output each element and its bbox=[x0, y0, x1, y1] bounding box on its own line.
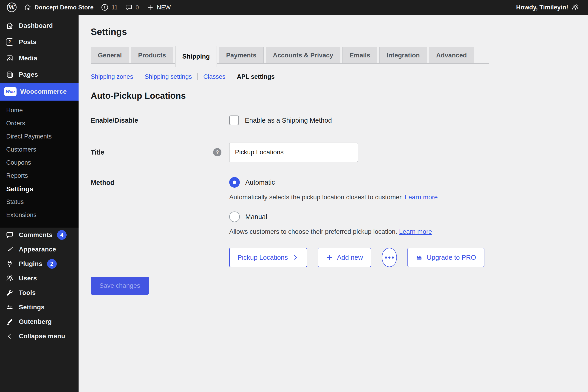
sidebar-item-pages[interactable]: Pages bbox=[0, 66, 78, 83]
comments-menu[interactable]: 0 bbox=[121, 0, 142, 15]
tab-general[interactable]: General bbox=[91, 47, 129, 64]
comments-badge: 4 bbox=[57, 230, 66, 240]
admin-bar-left: W Doncept Demo Store 11 0 bbox=[3, 0, 174, 15]
sidebar-item-media[interactable]: Media bbox=[0, 50, 78, 66]
posts-icon-count: 2 bbox=[8, 40, 11, 44]
subnav-shipping-settings[interactable]: Shipping settings bbox=[139, 73, 192, 80]
chevron-left-icon bbox=[6, 332, 14, 340]
manual-radio[interactable] bbox=[229, 212, 240, 222]
appearance-icon bbox=[6, 245, 14, 254]
sidebar-item-plugins[interactable]: Plugins 2 bbox=[0, 256, 78, 271]
plus-icon bbox=[146, 4, 154, 11]
sidebar-item-users[interactable]: Users bbox=[0, 271, 78, 286]
subnav-shipping-zones[interactable]: Shipping zones bbox=[91, 73, 133, 80]
comments-icon bbox=[6, 231, 14, 239]
chevron-right-icon bbox=[292, 254, 299, 261]
sidebar-item-tools[interactable]: Tools bbox=[0, 286, 78, 300]
settings-sliders-icon bbox=[6, 303, 14, 312]
method-manual-option[interactable]: Manual bbox=[229, 212, 484, 222]
new-label: NEW bbox=[157, 4, 171, 11]
plugins-icon bbox=[6, 260, 14, 268]
woocommerce-icon: Woo bbox=[4, 88, 16, 96]
sidebar-item-settings[interactable]: Settings bbox=[0, 300, 78, 314]
tab-payments[interactable]: Payments bbox=[219, 47, 264, 64]
title-input[interactable] bbox=[229, 142, 358, 162]
sidebar-subitem-orders[interactable]: Orders bbox=[0, 117, 78, 130]
sidebar-item-appearance[interactable]: Appearance bbox=[0, 242, 78, 256]
ellipsis-icon bbox=[385, 256, 387, 258]
help-icon[interactable]: ? bbox=[213, 148, 222, 156]
tab-integration[interactable]: Integration bbox=[380, 47, 427, 64]
action-buttons: Pickup Locations Add new bbox=[229, 248, 484, 267]
section-title: Auto-Pickup Locations bbox=[91, 91, 588, 101]
sidebar-subitem-reports[interactable]: Reports bbox=[0, 169, 78, 182]
method-automatic-option[interactable]: Automatic bbox=[229, 177, 484, 188]
tab-accounts-privacy[interactable]: Accounts & Privacy bbox=[266, 47, 340, 64]
sidebar-subitem-coupons[interactable]: Coupons bbox=[0, 156, 78, 169]
page-title: Settings bbox=[91, 27, 588, 37]
settings-tabs: General Products Shipping Payments Accou… bbox=[91, 47, 489, 67]
tab-advanced[interactable]: Advanced bbox=[429, 47, 474, 64]
enable-field: Enable as a Shipping Method bbox=[229, 116, 332, 125]
more-options-button[interactable] bbox=[382, 248, 397, 267]
tab-products[interactable]: Products bbox=[131, 47, 173, 64]
add-new-button[interactable]: Add new bbox=[318, 248, 371, 267]
howdy-text: Howdy, Timileyin! bbox=[516, 4, 568, 11]
automatic-label: Automatic bbox=[245, 179, 275, 186]
sidebar-subitem-home[interactable]: Home bbox=[0, 104, 78, 117]
pickup-locations-button[interactable]: Pickup Locations bbox=[229, 248, 307, 267]
manual-label: Manual bbox=[245, 213, 267, 221]
gutenberg-icon bbox=[6, 318, 14, 326]
tab-emails[interactable]: Emails bbox=[342, 47, 378, 64]
upgrade-pro-button[interactable]: Upgrade to PRO bbox=[408, 248, 484, 267]
automatic-radio[interactable] bbox=[229, 177, 240, 188]
new-content-menu[interactable]: NEW bbox=[143, 0, 174, 15]
alert-icon bbox=[101, 4, 109, 11]
sidebar-item-dashboard[interactable]: Dashboard bbox=[0, 18, 78, 34]
enable-label: Enable/Disable bbox=[91, 117, 229, 124]
media-icon bbox=[6, 54, 14, 62]
title-field bbox=[229, 142, 358, 162]
collapse-menu-button[interactable]: Collapse menu bbox=[0, 329, 78, 343]
update-count: 11 bbox=[112, 4, 118, 11]
admin-bar: W Doncept Demo Store 11 0 bbox=[0, 0, 588, 15]
account-menu[interactable]: Howdy, Timileyin! bbox=[512, 0, 582, 15]
subnav-classes[interactable]: Classes bbox=[197, 73, 225, 80]
sidebar-subitem-direct-payments[interactable]: Direct Payments bbox=[0, 130, 78, 143]
method-field: Automatic Automatically selects the pick… bbox=[229, 177, 484, 267]
subnav-apl-settings: APL settings bbox=[231, 73, 275, 80]
users-icon bbox=[571, 4, 579, 11]
sidebar-subitem-extensions[interactable]: Extensions bbox=[0, 208, 78, 222]
manual-learn-more-link[interactable]: Learn more bbox=[399, 228, 432, 235]
site-menu[interactable]: Doncept Demo Store bbox=[20, 0, 97, 15]
save-changes-button[interactable]: Save changes bbox=[91, 277, 149, 295]
sidebar-item-comments[interactable]: Comments 4 bbox=[0, 228, 78, 242]
plus-icon bbox=[326, 254, 333, 261]
sidebar-subitem-status[interactable]: Status bbox=[0, 196, 78, 208]
home-icon bbox=[24, 4, 32, 11]
automatic-description: Automatically selects the pickup locatio… bbox=[229, 194, 484, 201]
updates-menu[interactable]: 11 bbox=[97, 0, 121, 15]
sidebar-subitem-customers[interactable]: Customers bbox=[0, 143, 78, 156]
enable-checkbox[interactable] bbox=[229, 116, 239, 125]
shipping-subnav: Shipping zones Shipping settings Classes… bbox=[91, 73, 588, 80]
sidebar-top-group: Dashboard 2 Posts Media bbox=[0, 15, 78, 228]
wordpress-logo-icon: W bbox=[7, 2, 16, 12]
title-row: Title ? bbox=[91, 142, 588, 162]
pages-icon bbox=[6, 70, 14, 79]
automatic-learn-more-link[interactable]: Learn more bbox=[405, 194, 438, 201]
sidebar-item-gutenberg[interactable]: Gutenberg bbox=[0, 314, 78, 329]
sidebar-item-woocommerce[interactable]: Woo Woocommerce bbox=[0, 83, 78, 100]
sidebar-bottom-group: Comments 4 Appearance P bbox=[0, 228, 78, 343]
sidebar-item-posts[interactable]: 2 Posts bbox=[0, 34, 78, 50]
enable-checkbox-label[interactable]: Enable as a Shipping Method bbox=[245, 117, 332, 124]
admin-shell: Dashboard 2 Posts Media bbox=[0, 15, 588, 392]
sidebar-subitem-settings[interactable]: Settings bbox=[0, 182, 78, 196]
tab-shipping[interactable]: Shipping bbox=[175, 46, 217, 67]
method-label: Method bbox=[91, 179, 229, 186]
site-name: Doncept Demo Store bbox=[34, 4, 94, 11]
title-label: Title ? bbox=[91, 148, 229, 156]
manual-description: Allows customers to choose their preferr… bbox=[229, 228, 484, 236]
wordpress-menu[interactable]: W bbox=[3, 0, 20, 15]
wordpress-admin: W Doncept Demo Store 11 0 bbox=[0, 0, 588, 392]
